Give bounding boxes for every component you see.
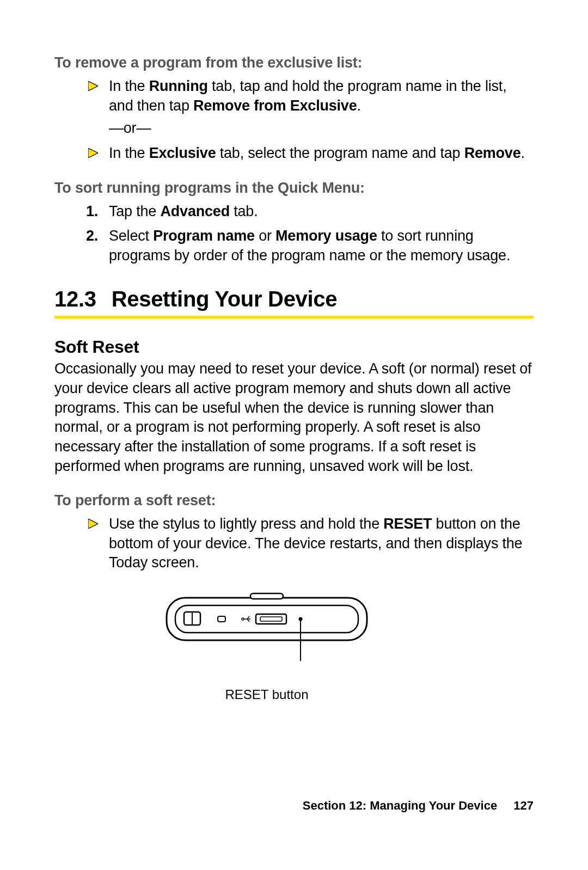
- bullet-list-soft-reset: Use the stylus to lightly press and hold…: [54, 514, 534, 573]
- device-bottom-figure: RESET button: [163, 589, 370, 702]
- bullet-text: In the Running tab, tap and hold the pro…: [109, 77, 534, 138]
- page-footer: Section 12: Managing Your Device 127: [303, 799, 534, 813]
- bullet-text: Use the stylus to lightly press and hold…: [109, 514, 534, 573]
- figure-caption: RESET button: [163, 687, 370, 702]
- section-number: 12.3: [54, 287, 96, 311]
- step-text: Tap the Advanced tab.: [109, 202, 534, 222]
- body-soft-reset: Occasionally you may need to reset your …: [54, 359, 534, 476]
- triangle-bullet-icon: [65, 144, 109, 163]
- svg-marker-2: [88, 519, 98, 529]
- bullet-text: In the Exclusive tab, select the program…: [109, 144, 534, 163]
- triangle-bullet-icon: [65, 514, 109, 573]
- bullet-item: In the Running tab, tap and hold the pro…: [54, 77, 534, 138]
- subhead-remove-exclusive: To remove a program from the exclusive l…: [54, 54, 534, 71]
- document-page: To remove a program from the exclusive l…: [0, 0, 588, 870]
- device-bottom-illustration: [163, 589, 370, 665]
- svg-marker-0: [88, 81, 98, 91]
- step-number: 1.: [65, 202, 109, 222]
- svg-marker-1: [88, 148, 98, 158]
- numbered-list-sort: 1. Tap the Advanced tab. 2. Select Progr…: [54, 202, 534, 266]
- section-title: Resetting Your Device: [112, 287, 338, 311]
- triangle-bullet-icon: [65, 77, 109, 138]
- step-number: 2.: [65, 226, 109, 265]
- step-text: Select Program name or Memory usage to s…: [109, 226, 534, 265]
- heading-soft-reset: Soft Reset: [54, 337, 534, 357]
- svg-point-12: [299, 617, 303, 621]
- numbered-item: 2. Select Program name or Memory usage t…: [54, 226, 534, 265]
- bullet-item: Use the stylus to lightly press and hold…: [54, 514, 534, 573]
- or-divider: —or—: [109, 119, 534, 138]
- subhead-sort-quick-menu: To sort running programs in the Quick Me…: [54, 180, 534, 197]
- bullet-item: In the Exclusive tab, select the program…: [54, 144, 534, 163]
- bullet-list-remove-exclusive: In the Running tab, tap and hold the pro…: [54, 77, 534, 163]
- svg-rect-4: [250, 593, 283, 599]
- subhead-perform-soft-reset: To perform a soft reset:: [54, 492, 534, 509]
- section-heading: 12.3 Resetting Your Device: [54, 287, 534, 318]
- svg-rect-8: [218, 616, 225, 622]
- footer-section-label: Section 12: Managing Your Device: [303, 799, 497, 812]
- footer-page-number: 127: [513, 799, 534, 812]
- svg-rect-11: [260, 617, 282, 621]
- numbered-item: 1. Tap the Advanced tab.: [54, 202, 534, 222]
